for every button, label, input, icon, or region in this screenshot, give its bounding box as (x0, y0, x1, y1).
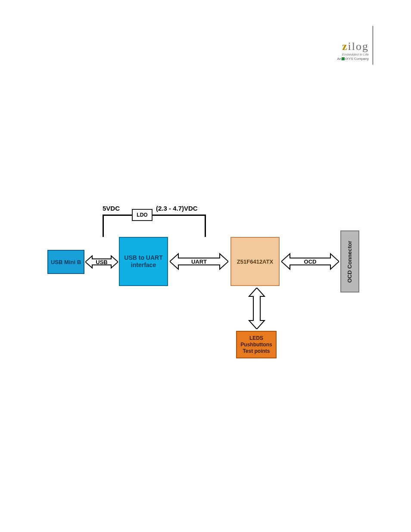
header-rule (373, 26, 373, 65)
logo-letter-z: z (342, 40, 348, 53)
ixys-square-icon (342, 57, 345, 60)
logo-company-line: AnIXYS Company (337, 57, 369, 61)
arrow-ocd-label: OCD (281, 258, 339, 265)
page: zilog Embedded in Life AnIXYS Company 5V… (0, 0, 411, 532)
arrow-usb: USB (85, 255, 118, 269)
power-line (103, 215, 104, 237)
block-usb-to-uart: USB to UART interface (119, 237, 168, 286)
arrow-uart: UART (170, 253, 228, 270)
arrow-ocd: OCD (281, 253, 339, 270)
logo-company-name: IXYS (345, 57, 353, 61)
block-ldo: LDO (132, 209, 153, 221)
leds-label: LEDS Pushbuttons Test points (240, 335, 272, 355)
mcu-label: Z51F6412ATX (237, 258, 273, 265)
arrow-uart-label: UART (170, 258, 228, 265)
leds-line2: Pushbuttons (240, 342, 272, 348)
logo-tagline: Embedded in Life (337, 53, 369, 56)
power-line (103, 215, 132, 216)
block-ocd-connector: OCD Connector (340, 230, 359, 292)
ocd-connector-label: OCD Connector (347, 240, 353, 283)
arrow-mcu-leds (248, 288, 265, 329)
ldo-label: LDO (137, 212, 147, 218)
svg-marker-3 (249, 288, 265, 329)
leds-line1: LEDS (249, 335, 263, 341)
brand-logo: zilog Embedded in Life AnIXYS Company (337, 41, 369, 61)
usb-to-uart-label: USB to UART interface (124, 254, 162, 269)
usb-to-uart-line1: USB to UART (124, 254, 162, 261)
logo-wordmark: zilog (337, 41, 369, 52)
block-diagram: 5VDC (2.3 - 4.7)VDC LDO USB Mini B USB t… (47, 209, 366, 373)
logo-letters-rest: ilog (348, 40, 369, 53)
block-usb-mini-b: USB Mini B (47, 250, 84, 274)
usb-to-uart-line2: interface (131, 261, 156, 268)
block-mcu: Z51F6412ATX (230, 237, 280, 286)
block-leds-pushbuttons: LEDS Pushbuttons Test points (236, 331, 277, 358)
leds-line3: Test points (243, 348, 270, 354)
logo-company-suffix: Company (353, 57, 369, 61)
logo-company-prefix: An (337, 57, 342, 61)
arrow-usb-label: USB (85, 259, 118, 265)
usb-mini-b-label: USB Mini B (51, 259, 81, 265)
power-line (205, 215, 206, 237)
label-5vdc: 5VDC (103, 205, 120, 212)
power-line (153, 215, 206, 216)
label-voltage-range: (2.3 - 4.7)VDC (156, 205, 198, 212)
